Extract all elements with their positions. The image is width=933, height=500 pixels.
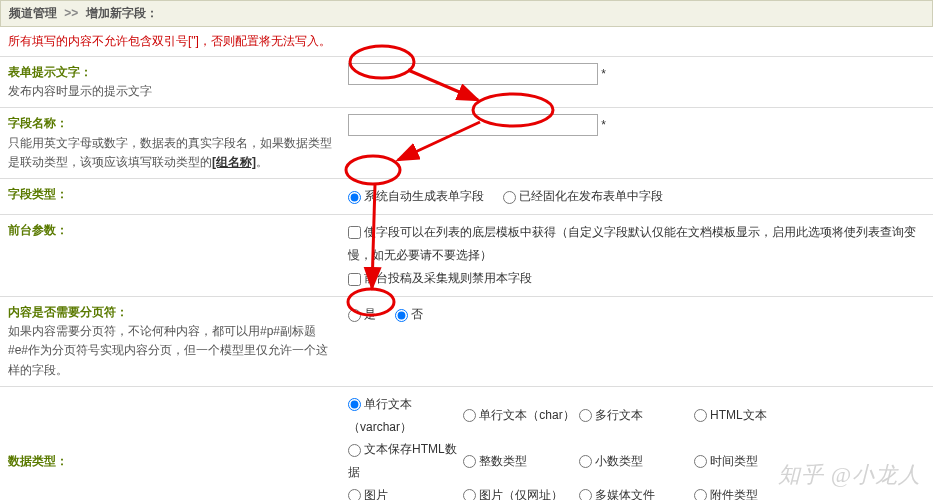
prompt-title: 表单提示文字： [8,63,332,82]
form-table: 表单提示文字： 发布内容时显示的提示文字 * 字段名称： 只能用英文字母或数字，… [0,57,933,500]
watermark: 知乎 @小龙人 [778,460,921,490]
datatype-opt-char[interactable]: 单行文本（char） [463,404,575,427]
datatype-opt-media[interactable]: 多媒体文件 [579,484,691,500]
pagebreak-desc: 如果内容需要分页符，不论何种内容，都可以用#p#副标题#e#作为分页符号实现内容… [8,322,332,380]
datatype-opt-htmltext[interactable]: HTML文本 [694,404,806,427]
frontparam-chk-list[interactable]: 使字段可以在列表的底层模板中获得（自定义字段默认仅能在文档模板显示，启用此选项将… [348,221,919,267]
breadcrumb-a: 频道管理 [9,6,57,20]
datatype-opt-int[interactable]: 整数类型 [463,450,575,473]
datatype-opt-image[interactable]: 图片 [348,484,460,500]
fieldname-desc: 只能用英文字母或数字，数据表的真实字段名，如果数据类型是联动类型，该项应该填写联… [8,134,332,172]
datatype-opt-varchar[interactable]: 单行文本（varchar） [348,393,460,439]
breadcrumb-b: 增加新字段： [86,6,158,20]
datatype-opt-imageurl[interactable]: 图片（仅网址） [463,484,575,500]
pagebreak-yes[interactable]: 是 [348,303,376,326]
row-prompt: 表单提示文字： 发布内容时显示的提示文字 * [0,57,933,108]
pagebreak-no[interactable]: 否 [395,303,423,326]
prompt-star: * [601,67,606,81]
row-fieldname: 字段名称： 只能用英文字母或数字，数据表的真实字段名，如果数据类型是联动类型，该… [0,108,933,179]
breadcrumb-sep: >> [64,6,78,20]
fieldtype-opt-auto[interactable]: 系统自动生成表单字段 [348,185,484,208]
pagebreak-title: 内容是否需要分页符： [8,303,332,322]
prompt-input[interactable] [348,63,598,85]
datatype-title: 数据类型： [8,454,68,468]
warning-text: 所有填写的内容不允许包含双引号["]，否则配置将无法写入。 [0,27,933,57]
frontparam-title: 前台参数： [8,223,68,237]
datatype-opt-float[interactable]: 小数类型 [579,450,691,473]
fieldname-input[interactable] [348,114,598,136]
fieldtype-title: 字段类型： [8,187,68,201]
datatype-opt-texthtml[interactable]: 文本保存HTML数据 [348,438,460,484]
fieldname-title: 字段名称： [8,114,332,133]
fieldname-star: * [601,118,606,132]
row-fieldtype: 字段类型： 系统自动生成表单字段 已经固化在发布表单中字段 [0,178,933,214]
fieldtype-opt-fixed[interactable]: 已经固化在发布表单中字段 [503,185,663,208]
row-pagebreak: 内容是否需要分页符： 如果内容需要分页符，不论何种内容，都可以用#p#副标题#e… [0,296,933,386]
row-frontparam: 前台参数： 使字段可以在列表的底层模板中获得（自定义字段默认仅能在文档模板显示，… [0,215,933,297]
frontparam-chk-disable[interactable]: 前台投稿及采集规则禁用本字段 [348,267,532,290]
groupname-link[interactable]: [组名称] [212,155,256,169]
breadcrumb: 频道管理 >> 增加新字段： [0,0,933,27]
datatype-opt-multitext[interactable]: 多行文本 [579,404,691,427]
prompt-desc: 发布内容时显示的提示文字 [8,82,332,101]
